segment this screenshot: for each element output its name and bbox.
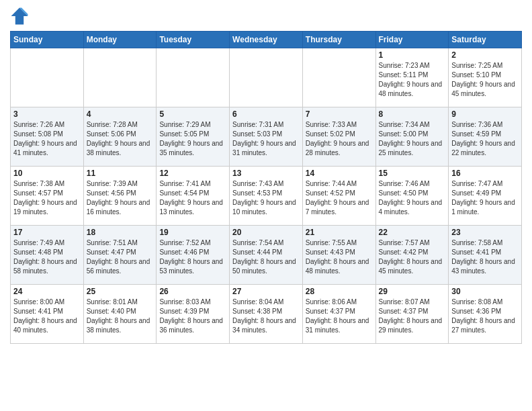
calendar-week-row: 10Sunrise: 7:38 AM Sunset: 4:57 PM Dayli…: [11, 167, 522, 226]
day-number: 18: [87, 228, 154, 237]
day-info: Sunrise: 8:04 AM Sunset: 4:38 PM Dayligh…: [232, 298, 300, 335]
calendar-cell: 4Sunrise: 7:28 AM Sunset: 5:06 PM Daylig…: [83, 107, 157, 167]
day-number: 15: [379, 169, 446, 178]
day-info: Sunrise: 7:57 AM Sunset: 4:42 PM Dayligh…: [379, 238, 446, 276]
calendar-cell: 5Sunrise: 7:29 AM Sunset: 5:05 PM Daylig…: [157, 107, 230, 167]
page: SundayMondayTuesdayWednesdayThursdayFrid…: [0, 0, 532, 351]
calendar-cell: 10Sunrise: 7:38 AM Sunset: 4:57 PM Dayli…: [11, 167, 84, 226]
day-info: Sunrise: 7:25 AM Sunset: 5:10 PM Dayligh…: [451, 61, 519, 99]
calendar-cell: 9Sunrise: 7:36 AM Sunset: 4:59 PM Daylig…: [449, 107, 522, 167]
calendar-cell: [83, 48, 157, 107]
calendar-header-saturday: Saturday: [449, 32, 522, 48]
day-number: 20: [232, 228, 300, 237]
day-info: Sunrise: 7:55 AM Sunset: 4:43 PM Dayligh…: [306, 238, 373, 276]
day-number: 12: [159, 169, 226, 178]
day-info: Sunrise: 7:39 AM Sunset: 4:56 PM Dayligh…: [87, 179, 154, 217]
calendar-cell: [157, 48, 230, 107]
day-info: Sunrise: 8:06 AM Sunset: 4:37 PM Dayligh…: [306, 298, 373, 335]
day-info: Sunrise: 7:36 AM Sunset: 4:59 PM Dayligh…: [451, 120, 519, 158]
calendar: SundayMondayTuesdayWednesdayThursdayFrid…: [10, 31, 522, 344]
calendar-cell: 11Sunrise: 7:39 AM Sunset: 4:56 PM Dayli…: [83, 167, 157, 226]
day-number: 11: [87, 169, 154, 178]
calendar-cell: 30Sunrise: 8:08 AM Sunset: 4:36 PM Dayli…: [449, 285, 522, 344]
calendar-cell: 8Sunrise: 7:34 AM Sunset: 5:00 PM Daylig…: [375, 107, 449, 167]
header: [10, 7, 522, 26]
calendar-cell: 27Sunrise: 8:04 AM Sunset: 4:38 PM Dayli…: [230, 285, 303, 344]
day-number: 9: [451, 109, 519, 119]
calendar-cell: 26Sunrise: 8:03 AM Sunset: 4:39 PM Dayli…: [157, 285, 230, 344]
day-info: Sunrise: 7:38 AM Sunset: 4:57 PM Dayligh…: [13, 179, 81, 217]
day-info: Sunrise: 7:26 AM Sunset: 5:08 PM Dayligh…: [13, 120, 81, 158]
day-number: 21: [306, 228, 373, 237]
day-number: 2: [451, 50, 519, 60]
day-info: Sunrise: 7:47 AM Sunset: 4:49 PM Dayligh…: [451, 179, 519, 217]
day-info: Sunrise: 7:52 AM Sunset: 4:46 PM Dayligh…: [159, 238, 226, 276]
calendar-cell: 1Sunrise: 7:23 AM Sunset: 5:11 PM Daylig…: [375, 48, 449, 107]
day-number: 30: [451, 287, 519, 296]
calendar-header-row: SundayMondayTuesdayWednesdayThursdayFrid…: [11, 32, 522, 48]
calendar-cell: 7Sunrise: 7:33 AM Sunset: 5:02 PM Daylig…: [302, 107, 375, 167]
day-info: Sunrise: 7:33 AM Sunset: 5:02 PM Dayligh…: [306, 120, 373, 158]
calendar-cell: 6Sunrise: 7:31 AM Sunset: 5:03 PM Daylig…: [230, 107, 303, 167]
calendar-header-wednesday: Wednesday: [230, 32, 303, 48]
calendar-week-row: 1Sunrise: 7:23 AM Sunset: 5:11 PM Daylig…: [11, 48, 522, 107]
day-number: 7: [306, 109, 373, 119]
calendar-cell: 12Sunrise: 7:41 AM Sunset: 4:54 PM Dayli…: [157, 167, 230, 226]
day-number: 5: [159, 109, 226, 119]
day-info: Sunrise: 8:08 AM Sunset: 4:36 PM Dayligh…: [451, 298, 519, 335]
day-number: 4: [87, 109, 154, 119]
day-info: Sunrise: 7:28 AM Sunset: 5:06 PM Dayligh…: [87, 120, 154, 158]
calendar-cell: 17Sunrise: 7:49 AM Sunset: 4:48 PM Dayli…: [11, 226, 84, 285]
day-number: 6: [232, 109, 300, 119]
day-info: Sunrise: 7:43 AM Sunset: 4:53 PM Dayligh…: [232, 179, 300, 217]
day-number: 24: [13, 287, 81, 296]
day-info: Sunrise: 7:29 AM Sunset: 5:05 PM Dayligh…: [159, 120, 226, 158]
calendar-header-monday: Monday: [83, 32, 157, 48]
day-number: 23: [451, 228, 519, 237]
calendar-cell: [230, 48, 303, 107]
day-number: 17: [13, 228, 81, 237]
day-info: Sunrise: 8:00 AM Sunset: 4:41 PM Dayligh…: [13, 298, 81, 335]
calendar-week-row: 3Sunrise: 7:26 AM Sunset: 5:08 PM Daylig…: [11, 107, 522, 167]
calendar-cell: 13Sunrise: 7:43 AM Sunset: 4:53 PM Dayli…: [230, 167, 303, 226]
calendar-cell: 21Sunrise: 7:55 AM Sunset: 4:43 PM Dayli…: [302, 226, 375, 285]
day-info: Sunrise: 7:58 AM Sunset: 4:41 PM Dayligh…: [451, 238, 519, 276]
calendar-cell: 29Sunrise: 8:07 AM Sunset: 4:37 PM Dayli…: [375, 285, 449, 344]
day-number: 8: [379, 109, 446, 119]
calendar-header-friday: Friday: [375, 32, 449, 48]
calendar-week-row: 17Sunrise: 7:49 AM Sunset: 4:48 PM Dayli…: [11, 226, 522, 285]
day-number: 28: [306, 287, 373, 296]
calendar-cell: 24Sunrise: 8:00 AM Sunset: 4:41 PM Dayli…: [11, 285, 84, 344]
day-number: 26: [159, 287, 226, 296]
calendar-cell: 19Sunrise: 7:52 AM Sunset: 4:46 PM Dayli…: [157, 226, 230, 285]
calendar-cell: [11, 48, 84, 107]
day-info: Sunrise: 7:46 AM Sunset: 4:50 PM Dayligh…: [379, 179, 446, 217]
calendar-cell: 14Sunrise: 7:44 AM Sunset: 4:52 PM Dayli…: [302, 167, 375, 226]
day-info: Sunrise: 7:34 AM Sunset: 5:00 PM Dayligh…: [379, 120, 446, 158]
calendar-cell: 15Sunrise: 7:46 AM Sunset: 4:50 PM Dayli…: [375, 167, 449, 226]
day-number: 16: [451, 169, 519, 178]
day-info: Sunrise: 8:07 AM Sunset: 4:37 PM Dayligh…: [379, 298, 446, 335]
calendar-cell: 23Sunrise: 7:58 AM Sunset: 4:41 PM Dayli…: [449, 226, 522, 285]
calendar-cell: 22Sunrise: 7:57 AM Sunset: 4:42 PM Dayli…: [375, 226, 449, 285]
calendar-header-sunday: Sunday: [11, 32, 84, 48]
day-info: Sunrise: 7:31 AM Sunset: 5:03 PM Dayligh…: [232, 120, 300, 158]
day-number: 29: [379, 287, 446, 296]
logo: [10, 7, 32, 26]
calendar-cell: 18Sunrise: 7:51 AM Sunset: 4:47 PM Dayli…: [83, 226, 157, 285]
calendar-cell: 20Sunrise: 7:54 AM Sunset: 4:44 PM Dayli…: [230, 226, 303, 285]
day-info: Sunrise: 8:03 AM Sunset: 4:39 PM Dayligh…: [159, 298, 226, 335]
day-number: 13: [232, 169, 300, 178]
logo-icon: [10, 7, 29, 26]
day-number: 14: [306, 169, 373, 178]
day-number: 22: [379, 228, 446, 237]
calendar-cell: 2Sunrise: 7:25 AM Sunset: 5:10 PM Daylig…: [449, 48, 522, 107]
day-info: Sunrise: 7:49 AM Sunset: 4:48 PM Dayligh…: [13, 238, 81, 276]
calendar-cell: [302, 48, 375, 107]
calendar-cell: 25Sunrise: 8:01 AM Sunset: 4:40 PM Dayli…: [83, 285, 157, 344]
calendar-header-thursday: Thursday: [302, 32, 375, 48]
day-number: 10: [13, 169, 81, 178]
day-number: 1: [379, 50, 446, 60]
day-info: Sunrise: 8:01 AM Sunset: 4:40 PM Dayligh…: [87, 298, 154, 335]
calendar-cell: 16Sunrise: 7:47 AM Sunset: 4:49 PM Dayli…: [449, 167, 522, 226]
